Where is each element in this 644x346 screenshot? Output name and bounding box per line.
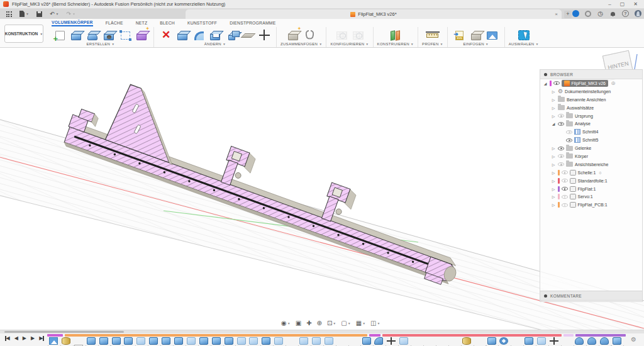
timeline-feature-loft-44[interactable]	[600, 337, 609, 345]
ground-to-parent-icon[interactable]: ◎	[611, 81, 615, 86]
timeline-feature-ext-25[interactable]	[362, 337, 371, 345]
newcomp-tool-button[interactable]: ✦	[286, 28, 301, 42]
browser-row-standardfolie-1[interactable]: ▷Standardfolie:1	[540, 177, 642, 185]
expander-closed-icon[interactable]: ▷	[551, 203, 556, 207]
ribbon-group-label[interactable]: PRÜFEN ▼	[422, 42, 443, 46]
look-at-button[interactable]: ▣	[294, 320, 303, 326]
ribbon-group-label[interactable]: AUSWÄHLEN ▼	[509, 42, 539, 46]
timeline-feature-ext-10[interactable]	[174, 337, 183, 345]
combine-tool-button[interactable]	[224, 28, 239, 42]
browser-row-schnitt5[interactable]: Schnitt5	[540, 136, 642, 144]
ribbon-group-label[interactable]: EINFÜGEN ▼	[463, 42, 489, 46]
ext-tool-button[interactable]	[69, 28, 84, 42]
timeline-feature-ext-9[interactable]	[162, 337, 170, 345]
pan-button[interactable]: ✚	[304, 320, 313, 326]
joint-tool-button[interactable]	[302, 28, 317, 42]
timeline-feature-extl-16[interactable]	[249, 337, 258, 345]
ribbon-group-label[interactable]: ÄNDERN ▼	[204, 42, 226, 46]
timeline-feature-loft-43[interactable]	[587, 337, 596, 345]
browser-row-schnitt4[interactable]: Schnitt4	[540, 128, 642, 136]
canvasimg-tool-button[interactable]	[485, 28, 500, 42]
minimize-button[interactable]: –	[608, 1, 611, 7]
conf-tool-button[interactable]	[334, 28, 349, 42]
timeline-feature-move-40[interactable]	[550, 337, 558, 345]
timeline-feature-gear-36[interactable]	[499, 337, 508, 345]
timeline-feature-ext-14[interactable]	[225, 337, 233, 345]
timeline-feature-extl-7[interactable]	[136, 337, 145, 345]
browser-row-ursprung[interactable]: ▷Ursprung	[540, 112, 642, 120]
browser-row-schelle-1[interactable]: ▷Schelle:1○	[540, 169, 642, 177]
maximize-button[interactable]: ▢	[620, 1, 625, 7]
visibility-on-icon[interactable]	[562, 187, 568, 191]
browser-row-servo-1[interactable]: ▷Servo:1	[540, 193, 642, 201]
ribbon-group-label[interactable]: ERSTELLEN ▼	[87, 42, 115, 46]
expander-open-icon[interactable]: ◢	[551, 121, 556, 126]
visibility-on-icon[interactable]	[558, 147, 564, 150]
viewports-button[interactable]: ◫▼	[369, 320, 382, 326]
visibility-off-icon[interactable]	[562, 170, 568, 174]
extensions-icon[interactable]	[585, 11, 591, 17]
ribbon-group-label[interactable]: ZUSAMMENFÜGEN ▼	[280, 42, 322, 46]
expander-closed-icon[interactable]: ▷	[551, 106, 556, 110]
conf-tool-button[interactable]	[350, 28, 365, 42]
expander-closed-icon[interactable]: ▷	[551, 98, 556, 102]
timeline-feature-extl-21[interactable]	[312, 337, 321, 345]
sketch-tool-button[interactable]	[52, 28, 67, 42]
visibility-off-icon[interactable]	[558, 154, 564, 158]
form-tool-button[interactable]: ✦	[134, 28, 149, 42]
offset-tool-button[interactable]	[240, 28, 255, 42]
points-tool-button[interactable]	[118, 28, 133, 42]
timeline-feature-move-27[interactable]	[387, 337, 396, 345]
tab-close-icon[interactable]: ×	[555, 11, 558, 17]
timeline-feature-extl-15[interactable]	[237, 337, 246, 345]
grid-settings-button[interactable]: ▦▼	[354, 320, 367, 326]
expander-closed-icon[interactable]: ▷	[551, 162, 556, 167]
browser-row-ansichtsbereiche[interactable]: ▷Ansichtsbereiche	[540, 160, 642, 169]
move-tool-button[interactable]	[257, 28, 272, 42]
browser-row-flipflat-1[interactable]: ▷FlipFlat:1	[540, 185, 642, 193]
select-tool-button[interactable]	[516, 28, 531, 42]
qat-undo-button[interactable]: ↶▼	[47, 11, 62, 17]
ribbon-tab-volumenkörper[interactable]: VOLUMENKÖRPER	[52, 20, 93, 26]
browser-row-auswahls-tze[interactable]: ▷Auswahlsätze	[540, 104, 642, 112]
ribbon-tab-dienstprogramme[interactable]: DIENSTPROGRAMME	[230, 21, 275, 26]
drawing-indicator-icon[interactable]: ○	[599, 170, 601, 175]
timeline-feature-ext-4[interactable]	[99, 337, 108, 345]
orbit-button[interactable]: ◉▼	[279, 320, 292, 326]
visibility-on-icon[interactable]	[553, 81, 560, 85]
presspull-tool-button[interactable]	[175, 28, 190, 42]
delete-tool-button[interactable]: ✕	[158, 28, 174, 42]
timeline-feature-loft-42[interactable]	[575, 337, 584, 345]
timeline-feature-ext-12[interactable]	[199, 337, 208, 345]
display-settings-button[interactable]: ▢▼	[339, 320, 352, 326]
timeline-feature-extl-39[interactable]	[537, 337, 546, 345]
browser-row-benannte-ansichten[interactable]: ▷Benannte Ansichten	[540, 96, 642, 104]
insertsvg-tool-button[interactable]	[452, 28, 467, 42]
ribbon-group-label[interactable]: KONSTRUIEREN ▼	[377, 42, 414, 46]
expander-closed-icon[interactable]: ▷	[551, 114, 556, 118]
plane-tool-button[interactable]	[388, 28, 403, 42]
timeline-feature-extl-28[interactable]	[399, 337, 408, 345]
timeline-feature-ext-35[interactable]	[487, 337, 496, 345]
document-tab[interactable]: FlipFlat_MK3 v26* ×	[186, 9, 562, 19]
timeline-feature-extl-20[interactable]	[299, 337, 308, 345]
fillet-tool-button[interactable]	[191, 28, 206, 42]
visibility-on-icon[interactable]	[558, 122, 564, 126]
new-tab-button[interactable]: +	[564, 11, 572, 18]
comments-panel-header[interactable]: KOMMENTARE	[540, 291, 643, 301]
qat-file-menu-button[interactable]: ▼	[17, 11, 31, 17]
timeline-feature-cyl-33[interactable]	[462, 337, 471, 345]
timeline-settings-gear-icon[interactable]: ⚙	[631, 337, 636, 343]
workspace-selector-button[interactable]: KONSTRUKTION▼	[4, 25, 43, 43]
timeline-feature-fillet-26[interactable]	[374, 337, 383, 345]
timeline-feature-ext-45[interactable]	[613, 337, 621, 345]
profile-icon[interactable]	[635, 10, 641, 17]
expander-closed-icon[interactable]: ▷	[551, 89, 556, 94]
job-status-icon[interactable]	[572, 10, 579, 17]
browser-row-k-rper[interactable]: ▷Körper	[540, 152, 642, 160]
help-icon[interactable]: ?	[622, 10, 629, 17]
hole-tool-button[interactable]	[101, 28, 116, 42]
ribbon-tab-fläche[interactable]: FLÄCHE	[106, 21, 123, 26]
timeline-feature-ext-3[interactable]	[87, 337, 96, 345]
expander-closed-icon[interactable]: ▷	[551, 146, 556, 150]
